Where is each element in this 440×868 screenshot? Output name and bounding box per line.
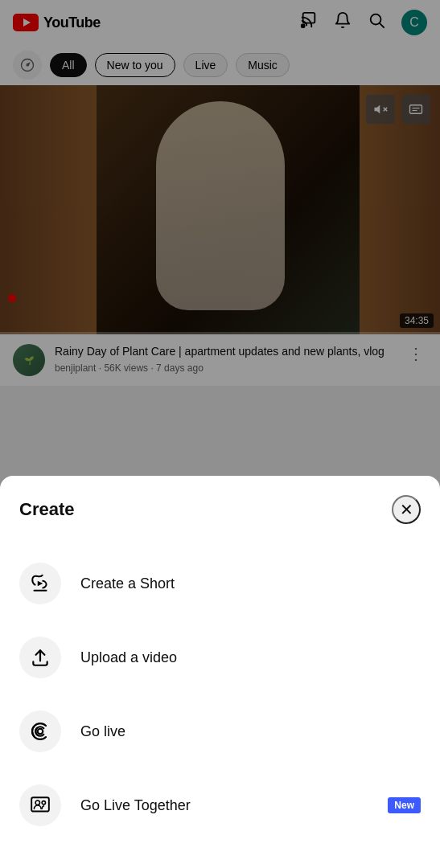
- go-live-icon: [19, 710, 61, 752]
- create-bottom-sheet: Create ✕ Create a Short Upload a video: [0, 476, 440, 868]
- svg-point-18: [42, 801, 45, 805]
- upload-video-label: Upload a video: [80, 649, 421, 666]
- sheet-title: Create: [19, 499, 74, 520]
- go-live-button[interactable]: Go live: [19, 694, 421, 768]
- go-live-together-button[interactable]: Go Live Together New: [19, 768, 421, 842]
- close-sheet-button[interactable]: ✕: [392, 495, 421, 524]
- go-live-together-label: Go Live Together: [80, 797, 368, 814]
- create-short-icon: [19, 563, 61, 604]
- sheet-header: Create ✕: [19, 495, 421, 524]
- svg-point-17: [35, 800, 39, 805]
- create-short-label: Create a Short: [80, 575, 421, 592]
- go-live-together-icon: [19, 784, 61, 826]
- upload-video-button[interactable]: Upload a video: [19, 620, 421, 694]
- create-short-button[interactable]: Create a Short: [19, 547, 421, 620]
- new-badge: New: [388, 797, 421, 813]
- upload-video-icon: [19, 637, 61, 678]
- svg-point-15: [38, 729, 43, 735]
- go-live-label: Go live: [80, 723, 421, 740]
